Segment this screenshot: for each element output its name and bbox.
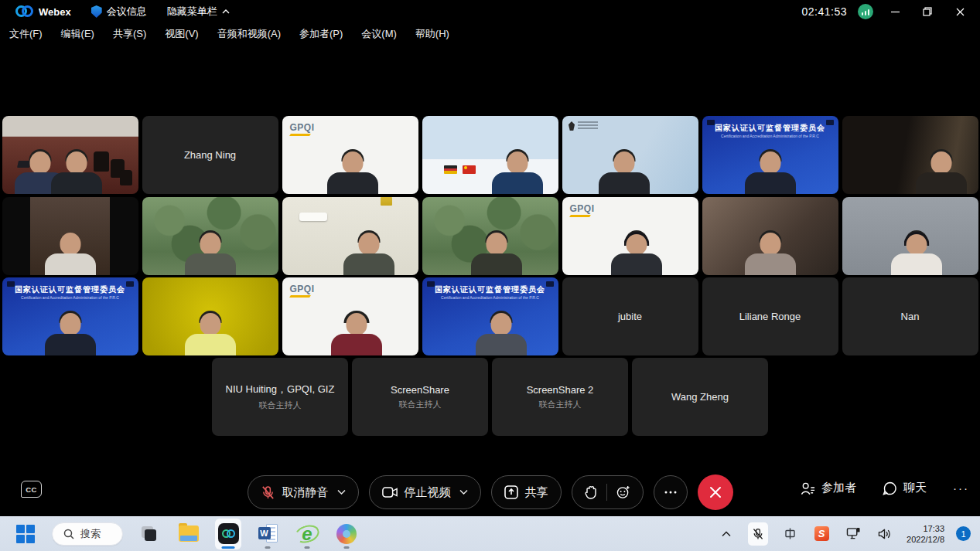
participant-tile-video[interactable] — [142, 197, 278, 275]
participant-tile-video[interactable]: GPQI — [282, 116, 418, 194]
stop-video-label: 停止视频 — [405, 485, 451, 500]
participant-tile-video[interactable] — [842, 116, 978, 194]
participant-tile-video[interactable] — [422, 116, 558, 194]
sogou-input-button[interactable]: S — [811, 522, 831, 546]
participant-tile-video[interactable]: GPQI — [282, 277, 418, 355]
hide-menubar-button[interactable]: 隐藏菜单栏 — [167, 5, 230, 19]
stop-video-button[interactable]: 停止视频 — [369, 475, 481, 509]
menu-item-share[interactable]: 共享(S) — [113, 27, 146, 41]
chevron-down-icon[interactable] — [337, 489, 346, 495]
internet-explorer-icon: e — [297, 524, 317, 544]
taskbar-search[interactable]: 搜索 — [52, 522, 123, 546]
leave-meeting-button[interactable] — [698, 474, 733, 510]
word-taskbar-button[interactable]: W — [254, 519, 281, 549]
more-options-button[interactable] — [654, 475, 688, 509]
participant-tile-video[interactable] — [702, 197, 838, 275]
menu-item-audio-video[interactable]: 音频和视频(A) — [217, 27, 281, 41]
meeting-info-label: 会议信息 — [107, 5, 147, 19]
meeting-info-button[interactable]: 会议信息 — [91, 5, 147, 19]
participant-name: Liliane Ronge — [739, 311, 801, 322]
menu-item-meeting[interactable]: 会议(M) — [361, 27, 397, 41]
running-indicator — [305, 546, 310, 549]
gpqi-logo: GPQI — [290, 122, 315, 136]
participant-tile-video[interactable] — [422, 197, 558, 275]
participant-tile-video[interactable] — [2, 197, 138, 275]
unmute-label: 取消静音 — [282, 485, 329, 500]
participant-tile-name-only[interactable]: Liliane Ronge — [702, 277, 838, 355]
participant-tile-name-only[interactable]: Wang Zheng — [632, 358, 768, 436]
tray-mic-muted-button[interactable] — [748, 522, 768, 546]
video-grid-row: NIU Huiting，GPQI, GIZ联合主持人ScreenShare联合主… — [0, 358, 980, 436]
photos-app-icon — [336, 524, 357, 544]
participant-tile-video[interactable]: GPQI — [562, 197, 698, 275]
participant-tile-video[interactable] — [142, 277, 278, 355]
participant-tile-name-only[interactable]: ScreenShare 2联合主持人 — [492, 358, 628, 436]
shield-icon — [91, 5, 102, 18]
person-silhouette — [597, 148, 651, 194]
windows-taskbar: 搜索 W e — [0, 516, 980, 551]
menu-item-help[interactable]: 帮助(H) — [415, 27, 449, 41]
share-label: 共享 — [525, 485, 548, 500]
internet-explorer-taskbar-button[interactable]: e — [294, 519, 320, 549]
word-icon: W — [258, 524, 278, 543]
person-silhouette — [743, 229, 797, 275]
webex-taskbar-button[interactable] — [215, 519, 241, 549]
chat-label: 聊天 — [903, 481, 927, 495]
reactions-button[interactable] — [572, 475, 644, 509]
participant-tile-name-only[interactable]: jubite — [562, 277, 698, 355]
menu-item-edit[interactable]: 编辑(E) — [61, 27, 94, 41]
menu-item-view[interactable]: 视图(V) — [165, 27, 198, 41]
participant-tile-video[interactable]: 国家认证认可监督管理委员会Certification and Accredita… — [702, 116, 838, 194]
participant-name: NIU Huiting，GPQI, GIZ — [226, 383, 335, 396]
volume-tray-button[interactable] — [875, 522, 895, 546]
participant-role: 联合主持人 — [399, 399, 442, 410]
more-panels-button[interactable]: ··· — [953, 485, 969, 492]
participant-tile-video[interactable] — [842, 197, 978, 275]
chat-panel-button[interactable]: 聊天 — [883, 481, 927, 495]
close-button[interactable] — [949, 2, 971, 21]
file-explorer-button[interactable] — [176, 519, 202, 549]
notification-badge[interactable]: 1 — [956, 526, 971, 541]
participant-tile-video[interactable] — [2, 116, 138, 194]
participant-name: ScreenShare — [391, 384, 449, 396]
active-indicator — [222, 546, 235, 549]
webex-app-icon — [218, 523, 239, 544]
gpqi-logo: GPQI — [570, 203, 595, 217]
ime-indicator-button[interactable] — [780, 522, 800, 546]
share-button[interactable]: 共享 — [491, 475, 562, 509]
network-tray-button[interactable] — [843, 522, 863, 546]
person-silhouette — [326, 148, 380, 194]
participant-tile-name-only[interactable]: NIU Huiting，GPQI, GIZ联合主持人 — [212, 358, 348, 436]
unmute-button[interactable]: 取消静音 — [248, 475, 359, 509]
gpqi-logo: GPQI — [290, 284, 315, 298]
emoji-reactions-icon[interactable] — [616, 485, 630, 499]
person-silhouette — [610, 229, 664, 275]
photos-app-taskbar-button[interactable] — [333, 519, 360, 549]
participant-tile-name-only[interactable]: Nan — [842, 277, 978, 355]
menu-bar: 文件(F) 编辑(E) 共享(S) 视图(V) 音频和视频(A) 参加者(P) … — [0, 23, 980, 45]
menu-item-file[interactable]: 文件(F) — [9, 27, 43, 41]
participant-tile-video[interactable] — [282, 197, 418, 275]
participant-tile-video[interactable]: 国家认证认可监督管理委员会Certification and Accredita… — [422, 277, 558, 355]
person-silhouette — [914, 148, 968, 194]
restore-button[interactable] — [917, 2, 938, 21]
webex-logo-icon — [15, 5, 32, 18]
participant-tile-name-only[interactable]: Zhang Ning — [142, 116, 278, 194]
minimize-button[interactable] — [884, 2, 906, 21]
participant-tile-video[interactable] — [562, 116, 698, 194]
tray-overflow-chevron[interactable] — [716, 522, 736, 546]
menu-item-participants[interactable]: 参加者(P) — [299, 27, 343, 41]
raise-hand-icon[interactable] — [585, 485, 597, 499]
task-view-button[interactable] — [136, 519, 162, 549]
participants-panel-button[interactable]: 参加者 — [801, 481, 856, 495]
participant-tile-video[interactable]: 国家认证认可监督管理委员会Certification and Accredita… — [2, 277, 138, 355]
connection-quality-icon[interactable] — [858, 4, 873, 19]
closed-captions-button[interactable]: CC — [21, 481, 42, 498]
start-button[interactable] — [12, 519, 39, 549]
chevron-down-icon[interactable] — [459, 489, 468, 495]
taskbar-clock[interactable]: 17:33 2022/12/8 — [907, 523, 944, 545]
meeting-timer: 02:41:53 — [802, 5, 848, 18]
participant-tile-name-only[interactable]: ScreenShare联合主持人 — [352, 358, 488, 436]
participant-name: jubite — [618, 311, 642, 322]
ellipsis-icon — [664, 491, 677, 494]
